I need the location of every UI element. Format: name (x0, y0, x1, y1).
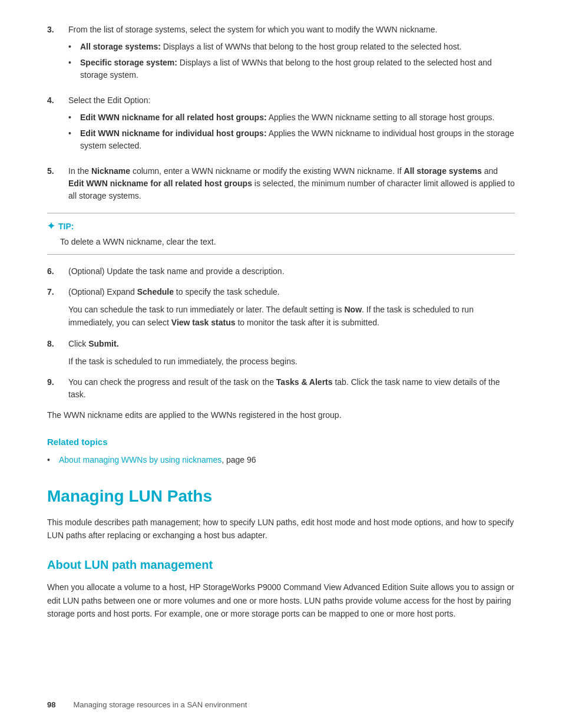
step-8-number: 8. (47, 338, 68, 350)
step-9-number: 9. (47, 376, 68, 388)
step-4-number: 4. (47, 94, 68, 107)
step-3-number: 3. (47, 24, 68, 36)
tip-text: To delete a WWN nickname, clear the text… (60, 236, 515, 248)
step-7-content: (Optional) Expand Schedule to specify th… (68, 286, 515, 330)
page-footer: 98 Managing storage resources in a SAN e… (47, 699, 515, 711)
step-3-bullet-1-text: All storage systems: Displays a list of … (80, 41, 461, 53)
section-description: This module describes path management; h… (47, 516, 515, 542)
step-5-content: In the Nickname column, enter a WWN nick… (68, 165, 515, 202)
step-5: 5. In the Nickname column, enter a WWN n… (47, 165, 515, 202)
step-6: 6. (Optional) Update the task name and p… (47, 265, 515, 278)
step-3-bullet-2-text: Specific storage system: Displays a list… (80, 57, 515, 81)
step-4-content: Select the Edit Option: Edit WWN nicknam… (68, 94, 515, 157)
step-3-bullets: All storage systems: Displays a list of … (68, 41, 515, 81)
tip-label: ✦ TIP: (47, 219, 515, 233)
step-8-extra: If the task is scheduled to run immediat… (68, 355, 515, 368)
related-topic-1-text: About managing WWNs by using nicknames, … (59, 454, 256, 466)
step-8: 8. Click Submit. If the task is schedule… (47, 338, 515, 368)
page: 3. From the list of storage systems, sel… (0, 0, 562, 728)
step-7: 7. (Optional) Expand Schedule to specify… (47, 286, 515, 330)
tip-icon: ✦ (47, 219, 55, 233)
related-topic-item-1: About managing WWNs by using nicknames, … (47, 454, 515, 466)
step-9-text: You can check the progress and result of… (68, 376, 515, 401)
step-4-text: Select the Edit Option: (68, 94, 515, 107)
step-3-bullet-1: All storage systems: Displays a list of … (68, 41, 515, 53)
step-7-extra: You can schedule the task to run immedia… (68, 303, 515, 330)
closing-text: The WWN nickname edits are applied to th… (47, 409, 515, 421)
step-4-bullets: Edit WWN nickname for all related host g… (68, 111, 515, 152)
step-5-number: 5. (47, 165, 68, 177)
step-6-content: (Optional) Update the task name and prov… (68, 265, 515, 278)
step-7-text: (Optional) Expand Schedule to specify th… (68, 286, 515, 298)
step-4: 4. Select the Edit Option: Edit WWN nick… (47, 94, 515, 157)
step-6-number: 6. (47, 265, 68, 278)
step-9: 9. You can check the progress and result… (47, 376, 515, 401)
tip-label-text: TIP: (58, 220, 74, 233)
step-3: 3. From the list of storage systems, sel… (47, 24, 515, 86)
step-5-text: In the Nickname column, enter a WWN nick… (68, 165, 515, 202)
step-4-bullet-1-text: Edit WWN nickname for all related host g… (80, 111, 494, 124)
tip-box: ✦ TIP: To delete a WWN nickname, clear t… (47, 213, 515, 255)
step-4-bullet-2: Edit WWN nickname for individual host gr… (68, 127, 515, 152)
subsection-content: When you allocate a volume to a host, HP… (47, 581, 515, 620)
related-topic-1-link[interactable]: About managing WWNs by using nicknames (59, 455, 222, 465)
step-9-content: You can check the progress and result of… (68, 376, 515, 401)
step-7-number: 7. (47, 286, 68, 298)
step-3-text: From the list of storage systems, select… (68, 24, 515, 36)
step-3-content: From the list of storage systems, select… (68, 24, 515, 86)
step-4-bullet-1: Edit WWN nickname for all related host g… (68, 111, 515, 124)
related-topic-1-page: page 96 (226, 455, 256, 465)
footer-page-number: 98 (47, 699, 55, 711)
step-6-text: (Optional) Update the task name and prov… (68, 265, 515, 278)
managing-lun-paths-section: Managing LUN Paths This module describes… (47, 484, 515, 621)
subsection-title: About LUN path management (47, 556, 515, 574)
related-topics-section: Related topics About managing WWNs by us… (47, 436, 515, 466)
footer-description: Managing storage resources in a SAN envi… (73, 699, 247, 711)
related-topics-list: About managing WWNs by using nicknames, … (47, 454, 515, 466)
step-8-text: Click Submit. (68, 338, 515, 350)
step-3-bullet-2: Specific storage system: Displays a list… (68, 57, 515, 81)
section-title: Managing LUN Paths (47, 484, 515, 509)
step-4-bullet-2-text: Edit WWN nickname for individual host gr… (80, 127, 515, 152)
step-8-content: Click Submit. If the task is scheduled t… (68, 338, 515, 368)
related-topics-title: Related topics (47, 436, 515, 449)
